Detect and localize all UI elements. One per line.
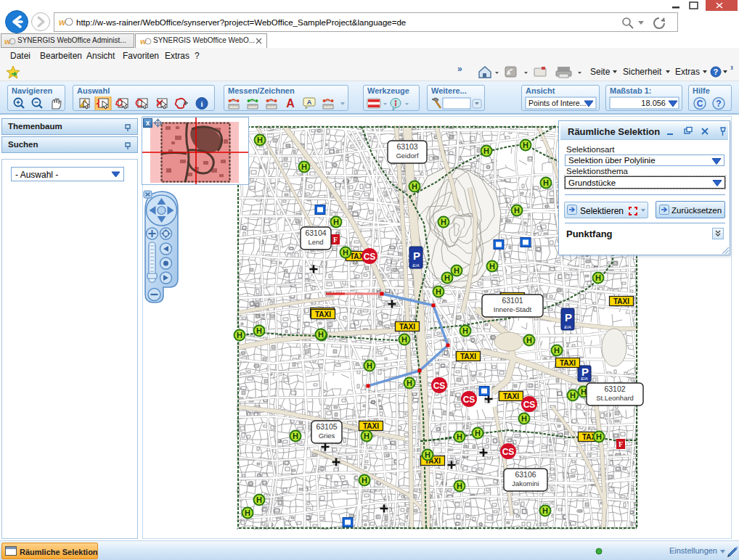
svg-text:H: H xyxy=(318,330,324,339)
svg-text:TAXI: TAXI xyxy=(363,422,379,430)
svg-text:Jakomini: Jakomini xyxy=(512,479,539,487)
svg-text:H: H xyxy=(523,141,528,149)
svg-text:H: H xyxy=(425,450,430,459)
svg-text:63103: 63103 xyxy=(396,142,417,151)
svg-text:P: P xyxy=(413,250,420,262)
svg-text:Innere-Stadt: Innere-Stadt xyxy=(494,305,532,313)
svg-text:i: i xyxy=(200,99,203,108)
svg-text:H: H xyxy=(343,248,348,257)
svg-text:H: H xyxy=(457,482,462,490)
svg-text:H: H xyxy=(293,432,298,440)
svg-text:A: A xyxy=(286,97,295,110)
svg-text:H: H xyxy=(441,218,446,226)
svg-text:Sicherheit: Sicherheit xyxy=(623,67,662,77)
svg-text:TAXI: TAXI xyxy=(315,310,331,318)
svg-text:H: H xyxy=(256,495,262,504)
svg-text:E/A: E/A xyxy=(581,376,588,381)
svg-text:CS: CS xyxy=(364,252,376,262)
svg-text:CS: CS xyxy=(463,395,475,405)
svg-text:63106: 63106 xyxy=(515,470,536,479)
svg-text:H: H xyxy=(514,206,520,215)
svg-text:w: w xyxy=(4,37,12,46)
svg-text:TAXI: TAXI xyxy=(399,323,415,331)
svg-text:TAXI: TAXI xyxy=(460,353,476,361)
svg-text:CS: CS xyxy=(433,381,446,391)
svg-text:H: H xyxy=(554,346,560,355)
svg-text:H: H xyxy=(526,336,532,345)
svg-text:»: » xyxy=(457,64,462,74)
svg-text:H: H xyxy=(407,379,412,387)
svg-text:H: H xyxy=(401,335,407,344)
svg-text:H: H xyxy=(367,361,372,370)
svg-text:TAXI: TAXI xyxy=(613,297,629,305)
svg-text:H: H xyxy=(457,432,462,441)
svg-text:H: H xyxy=(412,182,417,191)
svg-text:63102: 63102 xyxy=(604,384,625,393)
svg-text:H: H xyxy=(475,429,481,437)
svg-text:H: H xyxy=(436,287,441,296)
svg-text:H: H xyxy=(364,432,370,440)
svg-text:Extras: Extras xyxy=(675,67,700,77)
svg-text:?: ? xyxy=(714,67,719,76)
svg-text:H: H xyxy=(596,432,602,441)
svg-text:H: H xyxy=(333,218,339,226)
svg-text:TAXI: TAXI xyxy=(503,392,519,400)
svg-text:63104: 63104 xyxy=(305,228,326,237)
svg-text:TAXI: TAXI xyxy=(560,359,576,367)
svg-text:Seite: Seite xyxy=(590,67,611,77)
svg-text:H: H xyxy=(444,273,450,282)
svg-text:w: w xyxy=(140,37,147,46)
svg-text:H: H xyxy=(245,508,250,517)
svg-text:H: H xyxy=(581,387,587,396)
svg-text:H: H xyxy=(301,162,307,171)
svg-text:H: H xyxy=(257,136,263,144)
svg-text:H: H xyxy=(483,147,489,155)
svg-text:H: H xyxy=(521,414,527,423)
svg-text:H: H xyxy=(454,266,460,275)
svg-text:H: H xyxy=(237,331,242,339)
svg-text:C: C xyxy=(697,99,703,109)
svg-text:F: F xyxy=(333,236,338,244)
svg-text:F: F xyxy=(618,440,623,448)
svg-text:E/A: E/A xyxy=(412,263,420,268)
svg-text:H: H xyxy=(362,476,367,485)
svg-text:H: H xyxy=(489,262,495,271)
svg-text:H: H xyxy=(462,326,468,335)
svg-text:CS: CS xyxy=(523,400,536,410)
svg-text:A: A xyxy=(307,99,312,106)
svg-text:18.056: 18.056 xyxy=(641,99,666,107)
svg-text:H: H xyxy=(543,178,549,187)
svg-text:»: » xyxy=(730,63,733,73)
svg-text:?: ? xyxy=(716,99,721,109)
svg-text:H: H xyxy=(542,506,548,515)
svg-text:H: H xyxy=(256,326,262,335)
svg-text:CS: CS xyxy=(502,447,515,457)
svg-text:P: P xyxy=(565,311,572,324)
svg-text:E/A: E/A xyxy=(564,325,571,329)
svg-text:63101: 63101 xyxy=(502,296,523,305)
svg-text:63105: 63105 xyxy=(316,422,337,431)
svg-text:H: H xyxy=(595,273,601,282)
svg-text:Geidorf: Geidorf xyxy=(396,152,419,160)
svg-text:St.Leonhard: St.Leonhard xyxy=(596,394,634,402)
svg-text:Lend: Lend xyxy=(308,238,323,246)
svg-text:Points of Intere...: Points of Intere... xyxy=(528,99,586,107)
svg-text:H: H xyxy=(570,391,576,400)
svg-text:Gries: Gries xyxy=(319,432,335,440)
